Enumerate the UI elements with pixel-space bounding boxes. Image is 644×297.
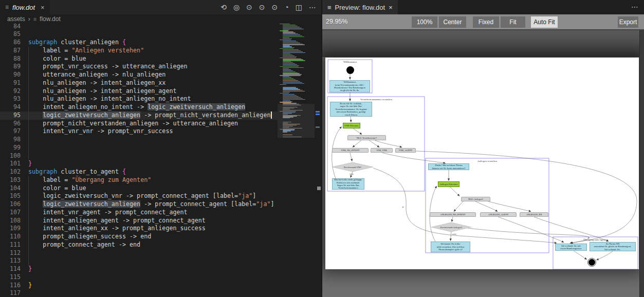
code-line-94[interactable]: 94 intent_anliegen_no_intent -> logic_zw… [0, 103, 278, 112]
code-token: } [28, 282, 32, 289]
code-line-96[interactable]: 96 prompt_nicht_verstanden_anliegen -> u… [0, 120, 278, 128]
graph-engine-icon[interactable]: ⊙ [259, 4, 265, 11]
line-number: 106 [0, 200, 21, 209]
minimap-line [283, 53, 290, 54]
code-line-93[interactable]: 93 nlu_anliegen -> intent_anliegen_no_in… [0, 95, 278, 103]
code-line-101[interactable]: 101} [0, 160, 278, 168]
edge-label: nein [452, 233, 456, 235]
code-line-98[interactable]: 98 [0, 136, 278, 144]
more-actions-icon[interactable]: ⋯ [631, 3, 638, 11]
code-line-107[interactable]: 107 intent_vnr_agent -> prompt_connect_a… [0, 209, 278, 217]
minimap-line [283, 38, 289, 38]
code-line-103[interactable]: 103 label = "Übergang zum Agenten" [0, 176, 278, 184]
overview-ruler[interactable] [315, 24, 321, 297]
minimap-line [283, 81, 300, 82]
indent-guide [28, 136, 29, 144]
graph-engine-left-icon[interactable]: ⊙ [246, 4, 252, 11]
code-line-88[interactable]: 88 color = blue [0, 55, 278, 63]
line-content: } [28, 160, 32, 168]
code-line-102[interactable]: 102subgraph cluster_to_agent { [0, 168, 278, 176]
open-preview-icon[interactable]: ◎ [233, 4, 240, 11]
code-line-110[interactable]: 110 prompt_anliegen_success -> end [0, 233, 278, 241]
ruler-mark [316, 111, 320, 113]
code-line-85[interactable]: 85 [0, 30, 278, 39]
code-line-111[interactable]: 111 prompt_connect_agent -> end [0, 241, 278, 249]
code-line-89[interactable]: 89 prompt_vnr_success -> utterance_anlie… [0, 63, 278, 71]
minimap-line [280, 84, 286, 85]
flow-node: VNR_AGENT [395, 148, 416, 153]
preview-canvas[interactable]: WillkommenVersichertennummer verstehenAn… [322, 29, 644, 297]
fixed-button[interactable]: Fixed [473, 16, 499, 28]
flow-edge [450, 187, 459, 196]
breadcrumb-file[interactable]: flow.dot [40, 15, 61, 23]
line-number: 95 [0, 112, 21, 120]
code-line-113[interactable]: 113 [0, 257, 278, 265]
center-button[interactable]: Center [439, 16, 466, 28]
line-number: 92 [0, 87, 21, 96]
code-token: nlu_anliegen -> intent_anliegen_no_inten… [28, 95, 191, 102]
preview-scrollbar[interactable] [639, 30, 644, 297]
flow-edge [350, 153, 352, 161]
breadcrumb-folder[interactable]: assets [7, 15, 25, 23]
more-actions-icon[interactable]: ⋯ [309, 4, 316, 11]
tab-preview-flow-dot[interactable]: ≡ Preview: flow.dot × [322, 0, 398, 14]
code-line-116[interactable]: 116} [0, 282, 278, 290]
close-icon[interactable]: × [41, 4, 45, 11]
code-line-100[interactable]: 100 [0, 152, 278, 160]
line-number: 94 [0, 103, 21, 112]
code-line-87[interactable]: 87 label = "Anliegen verstehen" [0, 47, 278, 55]
flow-node: NLU: Versichertennr.? [347, 135, 386, 140]
minimap[interactable] [278, 23, 315, 297]
flow-edge [452, 217, 453, 222]
code-line-117[interactable]: 117 [0, 289, 278, 297]
minimap-line [280, 66, 299, 67]
code-token: label = [28, 176, 71, 183]
line-number: 109 [0, 225, 21, 233]
code-line-99[interactable]: 99 [0, 144, 278, 152]
code-line-109[interactable]: 109 intent_anliegen_xx -> prompt_anliege… [0, 225, 278, 233]
end-node-core [588, 259, 595, 266]
code-line-91[interactable]: 91 nlu_anliegen -> intent_anliegen_xx [0, 79, 278, 87]
code-line-95[interactable]: 95 logic_zweitversuch_anliegen -> prompt… [0, 112, 278, 120]
line-content: intent_vnr_agent -> prompt_connect_agent [28, 209, 188, 217]
code-line-115[interactable]: 115 [0, 273, 278, 282]
code-line-90[interactable]: 90 utterance_anliegen -> nlu_anliegen [0, 71, 278, 79]
graph-engine-right-icon[interactable]: ⊙ [272, 4, 278, 11]
code-token: } [28, 160, 32, 167]
line-number: 101 [0, 160, 21, 168]
flow-edge [382, 153, 446, 163]
code-token: { [122, 39, 126, 46]
minimap-slider[interactable] [278, 104, 315, 138]
panel-resize-handle[interactable] [317, 187, 321, 190]
fit-button[interactable]: Fit [501, 16, 525, 28]
code-line-84[interactable]: 84 [0, 24, 278, 30]
timeline-icon[interactable]: ⟲ [220, 4, 227, 11]
code-line-97[interactable]: 97 intent_vnr_vnr -> prompt_vnr_success [0, 127, 278, 136]
code-token: } [28, 265, 32, 272]
code-line-86[interactable]: 86subgraph cluster_anliegen { [0, 39, 278, 47]
export-button[interactable]: Export [618, 16, 638, 28]
100%-button[interactable]: 100% [412, 16, 437, 28]
code-line-106[interactable]: 106 logic_zweitversuch_anliegen -> promp… [0, 200, 278, 209]
code-line-114[interactable]: 114} [0, 265, 278, 273]
split-editor-icon[interactable]: ◫ [296, 4, 302, 11]
code-line-108[interactable]: 108 intent_anliegen_agent -> prompt_conn… [0, 217, 278, 225]
flow-edge [451, 232, 452, 241]
code-line-112[interactable]: 112 [0, 249, 278, 257]
tab-flow-dot[interactable]: ≡ flow.dot × [0, 0, 50, 14]
breadcrumb[interactable]: assets › ≡ flow.dot [0, 14, 321, 24]
minimap-line [280, 24, 290, 24]
render-progress-icon[interactable]: ◔ [284, 4, 288, 11]
code-editor[interactable]: 848586subgraph cluster_anliegen {87 labe… [0, 24, 278, 297]
code-line-104[interactable]: 104 color = blue [0, 184, 278, 193]
line-number: 99 [0, 144, 21, 152]
minimap-line [283, 70, 293, 71]
flow-node: Zu Thema XX unterstützt Sie gleich ein K… [590, 242, 636, 251]
code-line-92[interactable]: 92 nlu_anliegen -> intent_anliegen_agent [0, 87, 278, 96]
close-icon[interactable]: × [389, 4, 393, 11]
cluster-label: Willkommen [343, 61, 357, 63]
flow-node: Danke! Mit welchem Thema können wir Sie … [428, 163, 469, 170]
code-line-105[interactable]: 105 logic_zweitversuch_vnr -> prompt_con… [0, 192, 278, 200]
auto-fit-button[interactable]: Auto Fit [531, 16, 558, 28]
preview-toolbar: 29.95% 100%CenterFixedFitAuto FitExport [322, 14, 644, 29]
